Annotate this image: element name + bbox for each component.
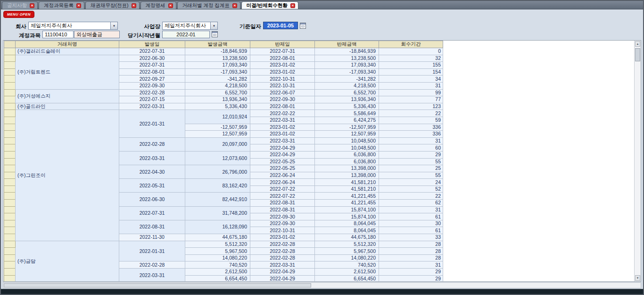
cell-dy[interactable]: 154 <box>379 68 443 76</box>
cell-dy[interactable]: 22 <box>379 193 443 200</box>
cell-sa[interactable]: 15,874,100 <box>315 206 379 213</box>
cell-oa[interactable]: 13,936,340 <box>185 96 250 103</box>
cell-oa[interactable]: 12,073,600 <box>185 151 250 165</box>
cell-sd[interactable]: 2022-02-22 <box>250 110 315 117</box>
cell-sa[interactable]: 5,967,500 <box>315 248 379 255</box>
account-name-input[interactable]: 외상매출금 <box>74 31 120 38</box>
cell-sa[interactable]: 740,520 <box>315 261 379 269</box>
cell-od[interactable]: 2022-11-30 <box>119 234 185 241</box>
cell-sa[interactable]: 41,221,455 <box>315 193 379 200</box>
horizontal-scrollbar[interactable] <box>3 282 641 288</box>
cell-sa[interactable]: 10,048,500 <box>315 144 379 152</box>
cell-od[interactable]: 2022-09-30 <box>119 82 185 89</box>
cell-c[interactable]: (주)거림트렌드 <box>16 55 119 89</box>
cell-sd[interactable]: 2022-10-31 <box>250 82 315 89</box>
cell-sd[interactable]: 2022-06-24 <box>250 179 315 186</box>
cell-sa[interactable]: 13,238,500 <box>315 55 379 62</box>
cell-dy[interactable]: 31 <box>379 206 443 213</box>
cell-sa[interactable]: 41,581,210 <box>315 179 379 186</box>
cell-oa[interactable]: 13,238,500 <box>185 55 250 62</box>
cell-dy[interactable]: 123 <box>379 103 443 110</box>
cell-oa[interactable]: 12,507,959 <box>185 131 250 138</box>
cell-sa[interactable]: 17,093,340 <box>315 62 379 69</box>
cell-sd[interactable]: 2022-06-07 <box>250 89 315 96</box>
cell-sa[interactable]: 4,218,500 <box>315 82 379 89</box>
row-indicator[interactable] <box>4 165 16 172</box>
row-indicator[interactable] <box>4 200 16 207</box>
menu-open-button[interactable]: MENU OPEN <box>3 11 34 18</box>
cell-sa[interactable]: -18,846,939 <box>315 48 379 55</box>
cell-sd[interactable]: 2022-09-30 <box>250 213 315 220</box>
cell-dy[interactable]: 24 <box>379 179 443 186</box>
cell-dy[interactable]: 62 <box>379 200 443 207</box>
row-indicator[interactable] <box>4 103 16 110</box>
cell-od[interactable]: 2022-02-28 <box>119 261 185 269</box>
cell-dy[interactable]: 336 <box>379 131 443 138</box>
cell-dy[interactable]: 29 <box>379 275 443 282</box>
cell-dy[interactable]: 22 <box>379 110 443 117</box>
row-indicator[interactable] <box>4 261 16 269</box>
row-indicator[interactable] <box>4 220 16 227</box>
cell-sa[interactable]: -12,507,959 <box>315 124 379 131</box>
row-indicator[interactable] <box>4 144 16 152</box>
cell-sa[interactable]: 15,874,100 <box>315 213 379 220</box>
cell-od[interactable]: 2022-05-31 <box>119 179 185 193</box>
cell-sa[interactable]: 5,336,430 <box>315 103 379 110</box>
cell-sa[interactable]: 14,080,220 <box>315 254 379 261</box>
cell-oa[interactable]: 14,080,220 <box>185 254 250 261</box>
cell-sa[interactable]: 5,512,320 <box>315 241 379 248</box>
cell-dy[interactable]: 31 <box>379 82 443 89</box>
cell-oa[interactable]: -12,507,959 <box>185 124 250 131</box>
cell-od[interactable]: 2022-01-31 <box>119 110 185 137</box>
cell-od[interactable]: 2022-07-31 <box>119 62 185 69</box>
vertical-scrollbar[interactable]: ▲ ▼ <box>634 41 641 281</box>
cell-sa[interactable]: 6,036,800 <box>315 158 379 165</box>
cell-oa[interactable]: 5,967,500 <box>185 248 250 255</box>
cell-sa[interactable]: 6,036,800 <box>315 151 379 158</box>
cell-sd[interactable]: 2022-03-31 <box>250 261 315 269</box>
cell-dy[interactable]: 34 <box>379 76 443 83</box>
cell-sd[interactable]: 2022-07-22 <box>250 185 315 193</box>
cell-sd[interactable]: 2022-07-31 <box>250 48 315 55</box>
cell-sa[interactable]: 5,586,649 <box>315 110 379 117</box>
column-header[interactable]: 발생일 <box>119 41 185 48</box>
column-header[interactable]: 반제금액 <box>315 41 379 48</box>
calendar-icon[interactable] <box>300 23 306 29</box>
cell-dy[interactable]: 33 <box>379 234 443 241</box>
column-header[interactable]: 반제일 <box>250 41 315 48</box>
cell-sd[interactable]: 2022-02-28 <box>250 254 315 261</box>
cell-dy[interactable]: 52 <box>379 185 443 193</box>
cell-dy[interactable]: 28 <box>379 254 443 261</box>
row-indicator[interactable] <box>4 185 16 193</box>
close-icon[interactable]: × <box>168 3 173 8</box>
cell-sd[interactable]: 2022-05-25 <box>250 158 315 165</box>
cell-sd[interactable]: 2023-01-02 <box>250 234 315 241</box>
cell-dy[interactable]: 28 <box>379 241 443 248</box>
cell-oa[interactable]: 6,654,450 <box>185 275 250 282</box>
row-indicator[interactable] <box>4 124 16 131</box>
cell-oa[interactable]: 740,520 <box>185 261 250 269</box>
close-icon[interactable]: × <box>290 3 295 8</box>
cell-oa[interactable]: 5,336,430 <box>185 103 250 110</box>
cell-dy[interactable]: 31 <box>379 137 443 144</box>
row-indicator[interactable] <box>4 172 16 179</box>
row-indicator[interactable] <box>4 206 16 213</box>
cell-oa[interactable]: -18,846,939 <box>185 48 250 55</box>
cell-dy[interactable]: 61 <box>379 213 443 220</box>
cell-sd[interactable]: 2022-04-29 <box>250 269 315 276</box>
cell-sa[interactable]: 44,675,180 <box>315 234 379 241</box>
cell-oa[interactable]: 44,675,180 <box>185 234 250 241</box>
cell-sd[interactable]: 2022-04-29 <box>250 275 315 282</box>
cell-sd[interactable]: 2022-08-01 <box>250 103 315 110</box>
cell-sa[interactable]: -17,093,340 <box>315 68 379 76</box>
cell-od[interactable]: 2022-03-31 <box>119 269 185 282</box>
row-indicator[interactable] <box>4 213 16 220</box>
tab-account-register[interactable]: 계정과목등록 × <box>39 1 84 9</box>
cell-sd[interactable]: 2022-03-31 <box>250 137 315 144</box>
cell-od[interactable]: 2022-09-27 <box>119 76 185 83</box>
cell-sd[interactable]: 2022-10-31 <box>250 227 315 234</box>
tab-notice[interactable]: 공지사항 × <box>2 1 38 9</box>
cell-oa[interactable]: 26,796,000 <box>185 165 250 179</box>
cell-od[interactable]: 2022-02-28 <box>119 137 185 151</box>
cell-dy[interactable]: 59 <box>379 117 443 124</box>
